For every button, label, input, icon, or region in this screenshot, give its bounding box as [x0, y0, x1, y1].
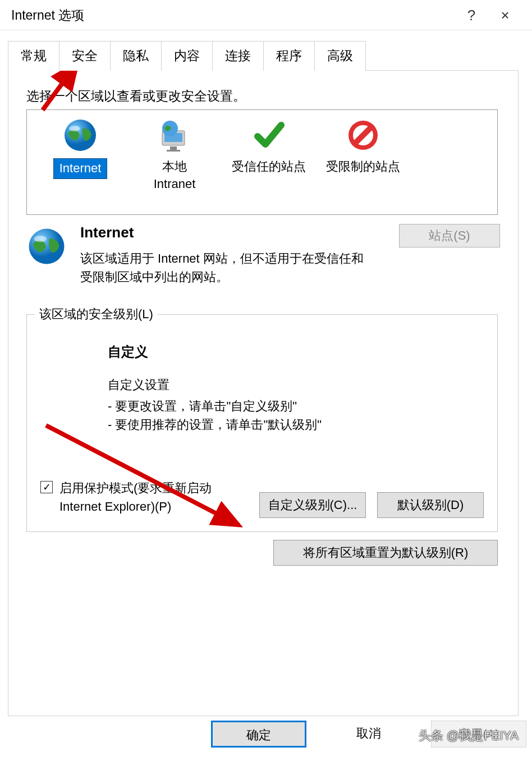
reset-row: 将所有区域重置为默认级别(R) — [26, 540, 498, 566]
security-level-title: 自定义 — [108, 343, 484, 361]
current-zone-name: Internet — [80, 224, 379, 241]
close-button[interactable]: × — [488, 7, 522, 24]
titlebar: Internet 选项 ? × — [0, 0, 532, 30]
security-level-fieldset: 该区域的安全级别(L) 自定义 自定义设置 - 要更改设置，请单击"自定义级别"… — [26, 314, 498, 532]
current-zone-description: 该区域适用于 Internet 网站，但不适用于在受信任和受限制区域中列出的网站… — [80, 249, 372, 286]
level-buttons: 自定义级别(C)... 默认级别(D) — [259, 492, 484, 518]
zone-name-label: 受信任的站点 — [232, 159, 306, 173]
tab-content-panel: 选择一个区域以查看或更改安全设置。 Internet — [8, 71, 519, 716]
help-button[interactable]: ? — [455, 7, 488, 24]
svg-point-1 — [69, 126, 80, 131]
tab-content[interactable]: 内容 — [161, 41, 213, 71]
tab-connections[interactable]: 连接 — [212, 41, 264, 71]
zone-item-restricted[interactable]: 受限制的站点 — [321, 116, 405, 176]
no-entry-icon — [321, 116, 405, 155]
zone-name-label: Internet — [53, 158, 108, 179]
default-level-button[interactable]: 默认级别(D) — [377, 492, 484, 518]
tab-programs[interactable]: 程序 — [263, 41, 315, 71]
globe-icon — [38, 116, 122, 155]
globe-icon — [26, 226, 67, 267]
custom-level-button[interactable]: 自定义级别(C)... — [259, 492, 366, 518]
reset-all-button[interactable]: 将所有区域重置为默认级别(R) — [273, 540, 498, 566]
tab-general[interactable]: 常规 — [8, 41, 59, 71]
zone-item-trusted[interactable]: 受信任的站点 — [227, 116, 311, 176]
ok-button[interactable]: 确定 — [211, 721, 306, 748]
window-title: Internet 选项 — [11, 7, 455, 24]
tab-security[interactable]: 安全 — [59, 41, 111, 71]
zone-select-label: 选择一个区域以查看或更改安全设置。 — [26, 88, 500, 105]
apply-button[interactable]: 应用(A) — [431, 721, 526, 748]
svg-point-11 — [34, 236, 47, 242]
checkmark-icon — [227, 116, 311, 155]
zone-name-label: 本地 Intranet — [154, 159, 196, 191]
tab-privacy[interactable]: 隐私 — [110, 41, 162, 71]
fieldset-legend: 该区域的安全级别(L) — [35, 306, 158, 323]
dialog-buttons: 确定 取消 应用(A) — [211, 721, 526, 748]
cancel-button[interactable]: 取消 — [321, 721, 416, 748]
svg-rect-4 — [170, 146, 177, 150]
current-zone-info: Internet 该区域适用于 Internet 网站，但不适用于在受信任和受限… — [26, 224, 500, 286]
zone-item-internet[interactable]: Internet — [38, 116, 122, 179]
protected-mode-label: 启用保护模式(要求重新启动 Internet Explorer)(P) — [59, 479, 250, 516]
security-level-subtitle: 自定义设置 — [108, 377, 484, 393]
monitor-globe-icon — [132, 116, 217, 155]
security-level-line2: - 要使用推荐的设置，请单击"默认级别" — [108, 415, 484, 434]
tab-advanced[interactable]: 高级 — [314, 41, 366, 71]
sites-button[interactable]: 站点(S) — [399, 224, 500, 247]
protected-mode-checkbox[interactable]: ✓ — [40, 481, 53, 493]
tabs: 常规 安全 隐私 内容 连接 程序 高级 — [8, 40, 519, 71]
svg-rect-5 — [167, 150, 180, 152]
zone-listbox: Internet 本地 Intranet 受信任的站点 — [26, 109, 498, 215]
security-level-line1: - 要更改设置，请单击"自定义级别" — [108, 397, 484, 415]
zone-item-intranet[interactable]: 本地 Intranet — [132, 116, 217, 193]
zone-name-label: 受限制的站点 — [326, 159, 400, 173]
